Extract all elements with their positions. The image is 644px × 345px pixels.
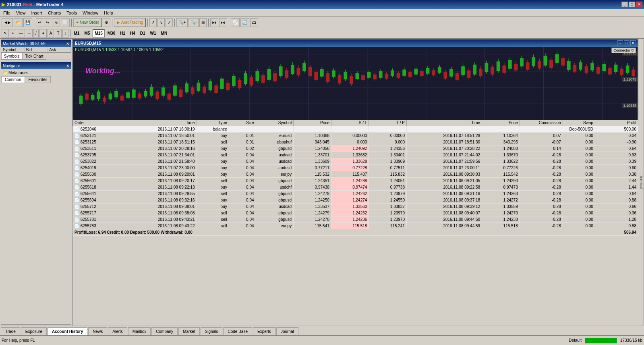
mw-tab-symbols[interactable]: Symbols [1, 53, 22, 60]
table-cell: 0.00 [563, 139, 595, 145]
tb-cursor[interactable]: ↖ [2, 29, 9, 38]
col-tp[interactable]: T / P [369, 120, 407, 126]
tb-line[interactable]: — [17, 29, 25, 38]
tb-new-btn[interactable]: ◄▶ [2, 18, 13, 27]
btab-news[interactable]: News [88, 327, 107, 335]
chart-minimize-btn[interactable]: − [617, 40, 623, 46]
btab-company[interactable]: Company [151, 327, 178, 335]
btab-code-base[interactable]: Code Base [223, 327, 252, 335]
menu-window[interactable]: Window [80, 10, 101, 16]
tb-undo-btn[interactable]: ↩ [36, 18, 43, 27]
table-cell: 2016.11.07 23:00:11 [406, 165, 482, 171]
tb-templates[interactable]: 🗃 [250, 18, 258, 27]
tb-chart1[interactable]: ↗ [149, 18, 157, 27]
tb-save-btn[interactable]: 💾 [23, 18, 32, 27]
tb-arrow[interactable]: ↕ [62, 29, 68, 38]
btab-exposure[interactable]: Exposure [21, 327, 47, 335]
tb-trendline[interactable]: / [33, 29, 39, 38]
btab-alerts[interactable]: Alerts [108, 327, 127, 335]
table-section[interactable]: Order Time Type Size Symbol Price S / L … [72, 119, 638, 326]
tf-m5[interactable]: M5 [82, 29, 92, 37]
col-swap[interactable]: Swap [563, 120, 595, 126]
table-cell: 1.33622 [482, 158, 520, 165]
menu-view[interactable]: View [14, 10, 28, 16]
col-sl[interactable]: S / L [331, 120, 369, 126]
tb-zoom-in[interactable]: 🔍+ [176, 18, 188, 27]
tb-fit[interactable]: ⊞ [199, 18, 207, 27]
tf-w1[interactable]: W1 [148, 29, 158, 37]
mw-tab-tick[interactable]: Tick Chart [22, 53, 46, 60]
table-cell: 0.00 [563, 223, 595, 229]
market-watch-close[interactable]: ✕ [66, 42, 69, 46]
btab-signals[interactable]: Signals [201, 327, 223, 335]
nav-tab-favourites[interactable]: Favourites [25, 76, 51, 83]
col-close-price[interactable]: Price [482, 120, 520, 126]
tb-print-btn[interactable]: 🖨 [52, 18, 60, 27]
col-symbol[interactable]: Symbol [256, 120, 294, 126]
table-cell: 0.36 [595, 210, 638, 216]
chart-maximize-btn[interactable]: □ [624, 40, 630, 46]
nav-tab-common[interactable]: Common [1, 76, 25, 83]
tb-calc-btn[interactable]: ⚙ [103, 18, 110, 27]
col-commission[interactable]: Commission [520, 120, 563, 126]
table-cell: 2016.11.07 18:50:01 [121, 133, 197, 139]
tb-indicators[interactable]: 📈 [231, 18, 240, 27]
tf-m1[interactable]: M1 [72, 29, 82, 37]
col-open-time[interactable]: Time [121, 120, 197, 126]
tb-label[interactable]: T [55, 29, 61, 38]
tb-fibo[interactable]: ✦ [39, 29, 47, 38]
tf-mn[interactable]: MN [159, 29, 170, 37]
tb-open-btn[interactable]: 📂 [14, 18, 23, 27]
menu-help[interactable]: Help [101, 10, 116, 16]
tb-chart2[interactable]: ↘ [157, 18, 165, 27]
mw-bid-col: Bid [25, 47, 48, 52]
tb-crosshair[interactable]: + [10, 29, 16, 38]
tb-chart3[interactable]: ⤢ [166, 18, 173, 27]
terminal-tab[interactable]: Terminal [638, 39, 644, 326]
table-cell: 0.00 [563, 145, 595, 152]
btab-account-history[interactable]: Account History [48, 327, 87, 335]
table-cell: buy [197, 197, 229, 204]
minimize-button[interactable]: _ [621, 2, 628, 7]
menu-tools[interactable]: Tools [64, 10, 79, 16]
table-cell: 2016.11.08 09:38:01 [121, 204, 197, 210]
tf-m15[interactable]: M15 [93, 29, 104, 37]
tf-h4[interactable]: H4 [128, 29, 137, 37]
tb-refresh[interactable]: 🔄 [240, 18, 249, 27]
col-profit[interactable]: Profit [595, 120, 638, 126]
col-order[interactable]: Order [73, 120, 121, 126]
col-close-time[interactable]: Time [406, 120, 482, 126]
autotrading-button[interactable]: ▶ AutoTrading [114, 18, 146, 27]
table-row: 📄 62556012016.11.08 09:20:17sell0.04gbpu… [73, 178, 638, 184]
tb-redo-btn[interactable]: ↪ [44, 18, 51, 27]
menu-insert[interactable]: Insert [29, 10, 45, 16]
navigator-close[interactable]: ✕ [66, 64, 69, 68]
chart-close-btn[interactable]: ✕ [630, 40, 636, 46]
table-cell [229, 126, 256, 133]
btab-experts[interactable]: Experts [253, 327, 275, 335]
tf-m30[interactable]: M30 [106, 29, 117, 37]
chart-body[interactable]: EURUSD,M15 1.10533 1.10567 1.10525 1.105… [73, 47, 638, 120]
new-order-button[interactable]: + New Order [73, 18, 102, 27]
tb-fwd[interactable]: ⏭ [219, 18, 227, 27]
btab-mailbox[interactable]: Mailbox [128, 327, 151, 335]
tb-back[interactable]: ⏮ [210, 18, 218, 27]
nav-item-metatrader[interactable]: 📁 Metatrader [2, 70, 70, 75]
maximize-button[interactable]: □ [629, 2, 635, 7]
btab-trade[interactable]: Trade [1, 327, 20, 335]
close-button[interactable]: ✕ [636, 2, 642, 7]
tb-hline[interactable]: ─ [26, 29, 33, 38]
tf-d1[interactable]: D1 [138, 29, 147, 37]
tf-h1[interactable]: H1 [118, 29, 127, 37]
tb-printprev-btn[interactable]: ⬜ [61, 18, 70, 27]
menu-charts[interactable]: Charts [46, 10, 63, 16]
menu-file[interactable]: File [1, 10, 13, 16]
tb-text[interactable]: A [48, 29, 54, 38]
col-price[interactable]: Price [294, 120, 331, 126]
table-cell: 0.04 [229, 204, 256, 210]
col-type[interactable]: Type [197, 120, 229, 126]
btab-market[interactable]: Market [178, 327, 200, 335]
tb-zoom-out[interactable]: 🔍- [188, 18, 199, 27]
col-size[interactable]: Size [229, 120, 256, 126]
btab-journal[interactable]: Journal [276, 327, 298, 335]
